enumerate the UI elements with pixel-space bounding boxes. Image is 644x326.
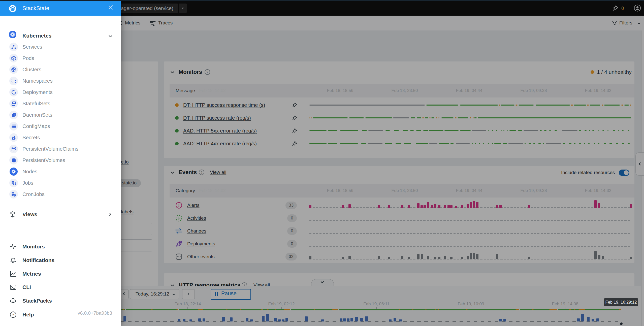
svg-text:?: ? <box>12 313 14 317</box>
